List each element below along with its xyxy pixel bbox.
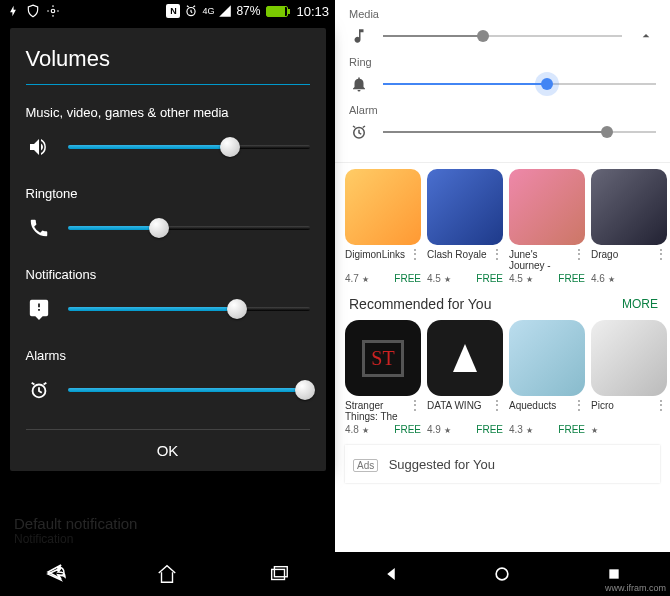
nav-bar	[0, 552, 335, 596]
alarm-icon	[184, 4, 198, 18]
menu-dots-icon[interactable]: ⋮	[409, 249, 421, 259]
app-price: FREE	[476, 424, 503, 435]
svg-rect-7	[609, 569, 618, 578]
right-phone: Media Ring Alarm DigimonLinks⋮ 4.7 ★FREE…	[335, 0, 670, 596]
app-icon	[509, 169, 585, 245]
app-rating: ★	[591, 424, 598, 435]
app-rating: 4.9 ★	[427, 424, 451, 435]
more-button[interactable]: MORE	[622, 297, 658, 311]
volume-slider[interactable]	[383, 35, 622, 37]
volume-slider[interactable]	[383, 83, 656, 85]
dialog-overlay: Volumes Music, video, games & other medi…	[0, 22, 335, 552]
volume-type-icon	[26, 296, 52, 322]
app-card[interactable]: Aqueducts⋮ 4.3 ★FREE	[509, 320, 585, 435]
volume-icon	[349, 26, 369, 46]
volume-slider[interactable]	[68, 145, 310, 149]
app-card[interactable]: June's Journey - Hidden Object⋮ 4.5 ★FRE…	[509, 169, 585, 284]
app-icon	[509, 320, 585, 396]
app-rating: 4.5 ★	[509, 273, 533, 284]
volume-slider[interactable]	[383, 131, 656, 133]
menu-dots-icon[interactable]: ⋮	[573, 249, 585, 259]
menu-dots-icon[interactable]: ⋮	[491, 400, 503, 410]
app-name: Aqueducts⋮	[509, 400, 585, 422]
ok-button[interactable]: OK	[26, 429, 310, 459]
svg-rect-4	[275, 567, 288, 577]
volume-icon	[349, 122, 369, 142]
app-name: DATA WING⋮	[427, 400, 503, 422]
status-time: 10:13	[296, 4, 329, 19]
app-card[interactable]: Clash Royale⋮ 4.5 ★FREE	[427, 169, 503, 284]
volume-slider[interactable]	[68, 388, 310, 392]
status-bar: N 4G 87% 10:13	[0, 0, 335, 22]
app-rating: 4.6 ★	[591, 273, 615, 284]
watermark: www.ifram.com	[605, 583, 666, 593]
app-price: FREE	[394, 424, 421, 435]
stamina-icon	[6, 4, 20, 18]
app-name: Drago⋮	[591, 249, 667, 271]
dialog-title: Volumes	[26, 46, 310, 72]
volume-type-icon	[26, 134, 52, 160]
app-name: June's Journey - Hidden Object⋮	[509, 249, 585, 271]
nfc-icon: N	[166, 4, 180, 18]
svg-point-6	[497, 568, 509, 580]
app-card[interactable]: Picro⋮ ★	[591, 320, 667, 435]
app-price: FREE	[394, 273, 421, 284]
slider-label: Ringtone	[26, 186, 310, 201]
volume-slider[interactable]	[68, 226, 310, 230]
volume-label: Ring	[349, 56, 656, 68]
recent-button[interactable]	[266, 561, 292, 587]
menu-dots-icon[interactable]: ⋮	[655, 400, 667, 410]
app-card[interactable]: DATA WING⋮ 4.9 ★FREE	[427, 320, 503, 435]
app-name: Stranger Things: The⋮	[345, 400, 421, 422]
menu-dots-icon[interactable]: ⋮	[491, 249, 503, 259]
volume-label: Media	[349, 8, 656, 20]
section-title: Recommended for You	[349, 296, 491, 312]
slider-label: Alarms	[26, 348, 310, 363]
back-button[interactable]	[378, 561, 404, 587]
app-icon	[427, 169, 503, 245]
app-rating: 4.5 ★	[427, 273, 451, 284]
app-card[interactable]: Drago⋮ 4.6 ★	[591, 169, 667, 284]
menu-dots-icon[interactable]: ⋮	[655, 249, 667, 259]
app-card[interactable]: ST Stranger Things: The⋮ 4.8 ★FREE	[345, 320, 421, 435]
slider-label: Notifications	[26, 267, 310, 282]
app-icon	[345, 169, 421, 245]
app-rating: 4.3 ★	[509, 424, 533, 435]
volumes-dialog: Volumes Music, video, games & other medi…	[10, 28, 326, 471]
signal-icon	[218, 4, 232, 18]
volume-panel: Media Ring Alarm	[335, 0, 670, 163]
app-icon: ST	[345, 320, 421, 396]
left-phone: N 4G 87% 10:13 Sound Default notificatio…	[0, 0, 335, 596]
app-card[interactable]: DigimonLinks⋮ 4.7 ★FREE	[345, 169, 421, 284]
svg-point-0	[51, 9, 55, 13]
app-name: Clash Royale⋮	[427, 249, 503, 271]
battery-percent: 87%	[236, 4, 260, 18]
location-icon	[46, 4, 60, 18]
volume-label: Alarm	[349, 104, 656, 116]
network-icon: 4G	[202, 6, 214, 16]
shield-icon	[26, 4, 40, 18]
app-rating: 4.7 ★	[345, 273, 369, 284]
volume-type-icon	[26, 215, 52, 241]
app-price: FREE	[558, 273, 585, 284]
app-name: Picro⋮	[591, 400, 667, 422]
battery-icon	[266, 6, 288, 17]
volume-icon	[349, 74, 369, 94]
home-button[interactable]	[489, 561, 515, 587]
volume-type-icon	[26, 377, 52, 403]
app-price: FREE	[558, 424, 585, 435]
chevron-up-icon[interactable]	[636, 26, 656, 46]
app-name: DigimonLinks⋮	[345, 249, 421, 271]
app-icon	[591, 320, 667, 396]
home-button[interactable]	[154, 561, 180, 587]
slider-label: Music, video, games & other media	[26, 105, 310, 120]
ads-badge: Ads	[353, 459, 378, 472]
app-price: FREE	[476, 273, 503, 284]
menu-dots-icon[interactable]: ⋮	[409, 400, 421, 410]
ads-section[interactable]: Ads Suggested for You	[345, 445, 660, 483]
menu-dots-icon[interactable]: ⋮	[573, 400, 585, 410]
ads-title: Suggested for You	[389, 457, 495, 472]
volume-slider[interactable]	[68, 307, 310, 311]
app-icon	[427, 320, 503, 396]
back-button[interactable]	[43, 561, 69, 587]
